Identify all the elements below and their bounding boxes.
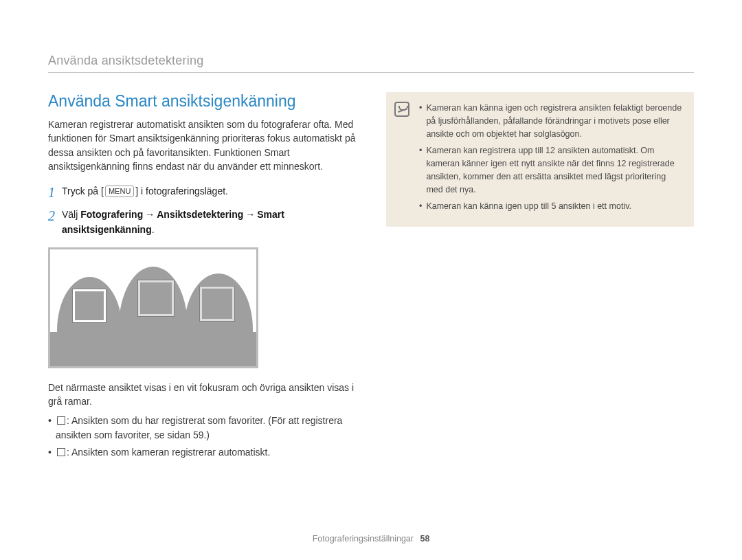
right-column: •Kameran kan känna igen och registrera a… <box>386 92 694 227</box>
note-icon <box>394 102 409 117</box>
after-image-text: Det närmaste ansiktet visas i en vit fok… <box>48 381 356 409</box>
focus-frame-white <box>73 289 106 322</box>
bullet-icon: • <box>419 200 422 213</box>
arrow-icon: → <box>243 209 257 220</box>
step-2-tail: . <box>152 224 155 235</box>
step-2-b1: Fotografering <box>80 209 143 220</box>
info-text: Kameran kan registrera upp till 12 ansik… <box>426 144 683 196</box>
arrow-icon: → <box>143 209 157 220</box>
focus-frame-gray <box>200 287 234 321</box>
step-number: 1 <box>48 184 55 201</box>
menu-chip: MENU <box>105 186 134 197</box>
bullet-icon: • <box>419 102 422 140</box>
square-icon <box>57 448 65 456</box>
footer-label: Fotograferingsinställningar <box>313 534 414 544</box>
legend-item-content: : Ansikten som kameran registrerar autom… <box>56 445 270 460</box>
info-item: •Kameran kan känna igen upp till 5 ansik… <box>419 200 683 213</box>
info-text: Kameran kan känna igen och registrera an… <box>426 102 683 140</box>
page-number: 58 <box>420 534 429 544</box>
step-2-lead: Välj <box>62 209 80 220</box>
square-icon <box>57 416 65 425</box>
step-2-text: Välj Fotografering→Ansiktsdetektering→Sm… <box>62 208 356 237</box>
legend-item-favorite: • : Ansikten som du har registrerat som … <box>48 414 356 443</box>
step-2: 2 Välj Fotografering→Ansiktsdetektering→… <box>48 208 356 237</box>
legend-list: • : Ansikten som du har registrerat som … <box>48 414 356 460</box>
step-number: 2 <box>48 208 55 237</box>
step-2-b2: Ansiktsdetektering <box>157 209 243 220</box>
footer: Fotograferingsinställningar 58 <box>0 534 742 544</box>
legend-text-1: : Ansikten som du har registrerat som fa… <box>56 415 342 440</box>
silhouette-shoulders <box>50 332 256 366</box>
legend-text-2: : Ansikten som kameran registrerar autom… <box>67 447 270 458</box>
info-box: •Kameran kan känna igen och registrera a… <box>386 92 694 227</box>
info-item: •Kameran kan känna igen och registrera a… <box>419 102 683 140</box>
section-intro: Kameran registrerar automatiskt ansikten… <box>48 117 356 173</box>
info-list: •Kameran kan känna igen och registrera a… <box>419 102 683 213</box>
step-1-text: Tryck på [MENU] i fotograferingsläget. <box>62 184 228 201</box>
legend-item-auto: • : Ansikten som kameran registrerar aut… <box>48 445 356 460</box>
steps-list: 1 Tryck på [MENU] i fotograferingsläget.… <box>48 184 356 237</box>
bullet-icon: • <box>48 445 52 460</box>
focus-frame-gray <box>138 280 174 316</box>
legend-item-content: : Ansikten som du har registrerat som fa… <box>56 414 356 443</box>
breadcrumb: Använda ansiktsdetektering <box>48 54 694 73</box>
bullet-icon: • <box>419 144 422 196</box>
step-1: 1 Tryck på [MENU] i fotograferingsläget. <box>48 184 356 201</box>
left-column: Använda Smart ansiktsigenkänning Kameran… <box>48 92 356 462</box>
step-1-pre: Tryck på [ <box>62 186 104 197</box>
section-title: Använda Smart ansiktsigenkänning <box>48 92 356 111</box>
bullet-icon: • <box>48 414 52 443</box>
info-text: Kameran kan känna igen upp till 5 ansikt… <box>426 200 631 213</box>
info-item: •Kameran kan registrera upp till 12 ansi… <box>419 144 683 196</box>
example-image <box>48 247 258 368</box>
step-1-post: ] i fotograferingsläget. <box>135 186 228 197</box>
